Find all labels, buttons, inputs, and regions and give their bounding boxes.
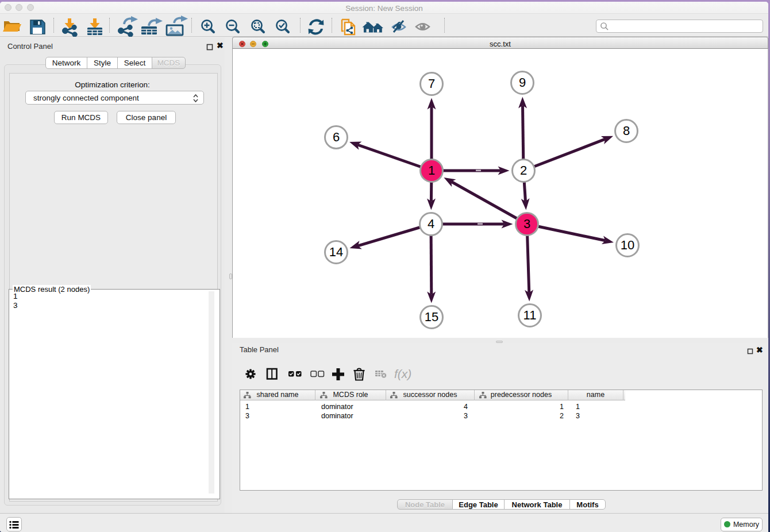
svg-text:4: 4	[428, 217, 434, 231]
svg-text:6: 6	[333, 130, 340, 144]
svg-text:7: 7	[428, 76, 435, 91]
svg-text:11: 11	[523, 308, 537, 322]
svg-text:f(x): f(x)	[394, 367, 411, 380]
svg-text:8: 8	[623, 124, 630, 138]
svg-text:10: 10	[621, 238, 634, 252]
svg-text:1: 1	[428, 163, 435, 178]
svg-text:15: 15	[425, 310, 438, 324]
svg-text:2: 2	[520, 163, 527, 178]
svg-text:3: 3	[523, 217, 530, 231]
svg-text:14: 14	[329, 245, 343, 259]
svg-text:9: 9	[519, 75, 526, 90]
